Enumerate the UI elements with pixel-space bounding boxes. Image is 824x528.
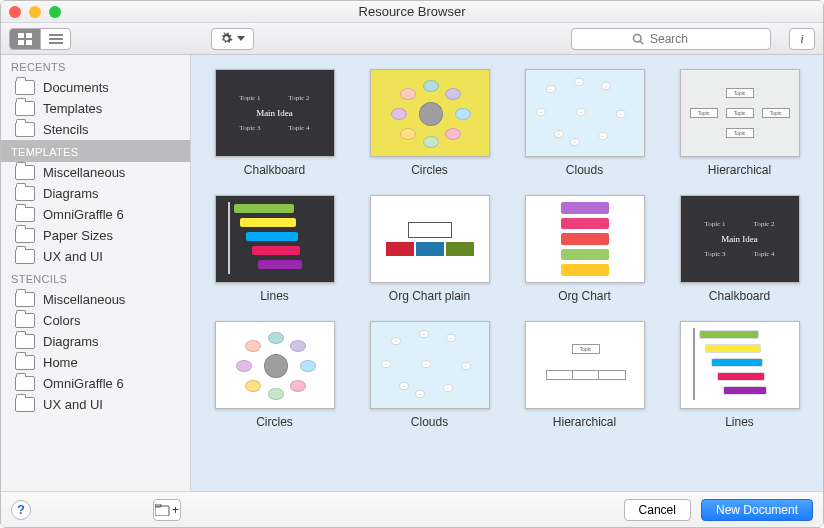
template-tile[interactable]: TopicTopicTopicTopicTopicHierarchical — [668, 69, 811, 177]
folder-icon — [15, 80, 35, 95]
sidebar-item-label: Paper Sizes — [43, 228, 113, 243]
chevron-down-icon — [237, 36, 245, 41]
sidebar-item[interactable]: UX and UI — [1, 394, 190, 415]
traffic-lights — [9, 6, 61, 18]
sidebar-item[interactable]: Miscellaneous — [1, 162, 190, 183]
template-grid[interactable]: Topic 1Topic 2Main IdeaTopic 3Topic 4Cha… — [191, 55, 823, 491]
template-tile[interactable]: Org Chart — [513, 195, 656, 303]
svg-rect-5 — [49, 38, 63, 40]
svg-rect-3 — [26, 40, 32, 45]
folder-icon — [15, 292, 35, 307]
sidebar-item-label: Miscellaneous — [43, 165, 125, 180]
folder-icon — [15, 228, 35, 243]
svg-rect-6 — [49, 42, 63, 44]
sidebar-item[interactable]: Miscellaneous — [1, 289, 190, 310]
sidebar-item[interactable]: Diagrams — [1, 331, 190, 352]
template-thumbnail — [215, 195, 335, 283]
template-tile[interactable]: Circles — [203, 321, 346, 429]
sidebar-item-label: Stencils — [43, 122, 89, 137]
footer: ? + Cancel New Document — [1, 491, 823, 527]
sidebar-item-label: Diagrams — [43, 334, 99, 349]
template-label: Lines — [260, 289, 289, 303]
sidebar-section-header: RECENTS — [1, 55, 190, 77]
sidebar-item[interactable]: OmniGraffle 6 — [1, 204, 190, 225]
sidebar-item-label: Templates — [43, 101, 102, 116]
template-tile[interactable]: TopicHierarchical — [513, 321, 656, 429]
sidebar-item[interactable]: Paper Sizes — [1, 225, 190, 246]
sidebar-section-header: STENCILS — [1, 267, 190, 289]
zoom-button[interactable] — [49, 6, 61, 18]
folder-icon — [15, 101, 35, 116]
template-label: Clouds — [411, 415, 448, 429]
template-label: Circles — [411, 163, 448, 177]
template-label: Hierarchical — [553, 415, 616, 429]
close-button[interactable] — [9, 6, 21, 18]
folder-icon — [15, 122, 35, 137]
template-tile[interactable]: Lines — [668, 321, 811, 429]
svg-line-8 — [640, 41, 643, 44]
template-label: Org Chart plain — [389, 289, 470, 303]
sidebar: RECENTSDocumentsTemplatesStencilsTEMPLAT… — [1, 55, 191, 491]
template-tile[interactable]: Topic 1Topic 2Main IdeaTopic 3Topic 4Cha… — [668, 195, 811, 303]
svg-rect-0 — [18, 33, 24, 38]
resource-browser-window: Resource Browser i RECENTSDocumentsTempl… — [0, 0, 824, 528]
template-tile[interactable]: ···························Clouds — [513, 69, 656, 177]
sidebar-item[interactable]: Documents — [1, 77, 190, 98]
template-thumbnail: Topic 1Topic 2Main IdeaTopic 3Topic 4 — [680, 195, 800, 283]
template-thumbnail: Topic 1Topic 2Main IdeaTopic 3Topic 4 — [215, 69, 335, 157]
template-tile[interactable]: Circles — [358, 69, 501, 177]
new-document-button[interactable]: New Document — [701, 499, 813, 521]
folder-icon — [15, 355, 35, 370]
grid-icon — [18, 33, 32, 45]
template-tile[interactable]: Topic 1Topic 2Main IdeaTopic 3Topic 4Cha… — [203, 69, 346, 177]
minimize-button[interactable] — [29, 6, 41, 18]
template-tile[interactable]: ···························Clouds — [358, 321, 501, 429]
template-thumbnail: ··························· — [525, 69, 645, 157]
template-tile[interactable]: Lines — [203, 195, 346, 303]
grid-view-button[interactable] — [10, 29, 40, 49]
search-field[interactable] — [571, 28, 771, 50]
gear-icon — [220, 32, 233, 45]
sidebar-item-label: OmniGraffle 6 — [43, 207, 124, 222]
cancel-button[interactable]: Cancel — [624, 499, 691, 521]
template-label: Hierarchical — [708, 163, 771, 177]
sidebar-item[interactable]: OmniGraffle 6 — [1, 373, 190, 394]
list-icon — [49, 33, 63, 45]
sidebar-item[interactable]: UX and UI — [1, 246, 190, 267]
template-thumbnail — [525, 195, 645, 283]
sidebar-item-label: Documents — [43, 80, 109, 95]
sidebar-item[interactable]: Stencils — [1, 119, 190, 140]
sidebar-item-label: OmniGraffle 6 — [43, 376, 124, 391]
sidebar-item[interactable]: Diagrams — [1, 183, 190, 204]
info-button[interactable]: i — [789, 28, 815, 50]
list-view-button[interactable] — [40, 29, 70, 49]
search-icon — [632, 33, 644, 45]
titlebar: Resource Browser — [1, 1, 823, 23]
sidebar-item[interactable]: Templates — [1, 98, 190, 119]
template-thumbnail: Topic — [525, 321, 645, 409]
template-tile[interactable]: Org Chart plain — [358, 195, 501, 303]
sidebar-item-label: Diagrams — [43, 186, 99, 201]
template-thumbnail — [370, 69, 490, 157]
folder-icon — [15, 186, 35, 201]
svg-point-7 — [634, 34, 642, 42]
sidebar-item-label: UX and UI — [43, 397, 103, 412]
template-thumbnail — [215, 321, 335, 409]
actions-menu-button[interactable] — [211, 28, 254, 50]
add-folder-button[interactable]: + — [153, 499, 181, 521]
sidebar-item[interactable]: Colors — [1, 310, 190, 331]
template-label: Circles — [256, 415, 293, 429]
folder-icon — [15, 249, 35, 264]
template-thumbnail: ··························· — [370, 321, 490, 409]
svg-rect-2 — [18, 40, 24, 45]
search-input[interactable] — [650, 32, 710, 46]
template-thumbnail — [370, 195, 490, 283]
sidebar-item[interactable]: Home — [1, 352, 190, 373]
sidebar-item-label: Miscellaneous — [43, 292, 125, 307]
sidebar-item-label: UX and UI — [43, 249, 103, 264]
help-button[interactable]: ? — [11, 500, 31, 520]
template-label: Chalkboard — [709, 289, 770, 303]
svg-rect-1 — [26, 33, 32, 38]
template-label: Chalkboard — [244, 163, 305, 177]
template-label: Org Chart — [558, 289, 611, 303]
